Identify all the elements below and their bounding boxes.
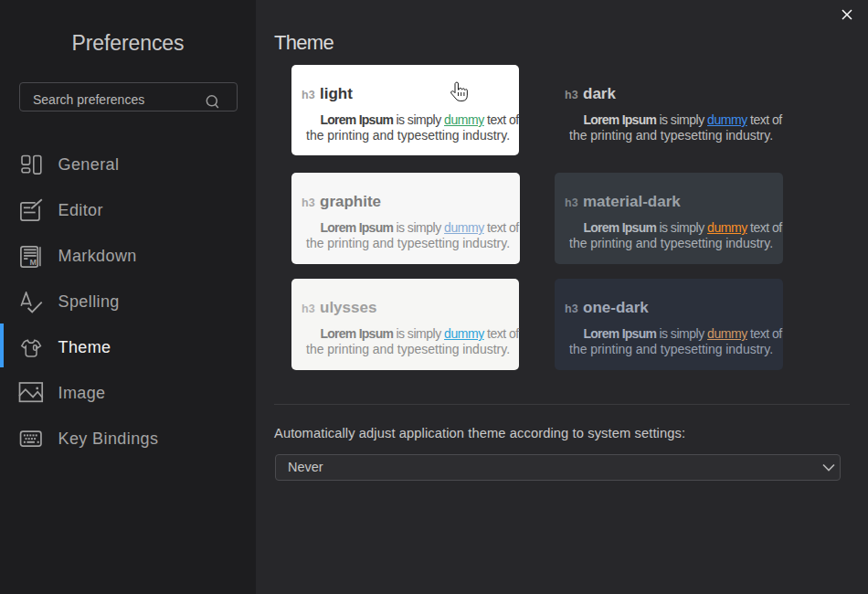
svg-text:M: M <box>29 258 37 267</box>
